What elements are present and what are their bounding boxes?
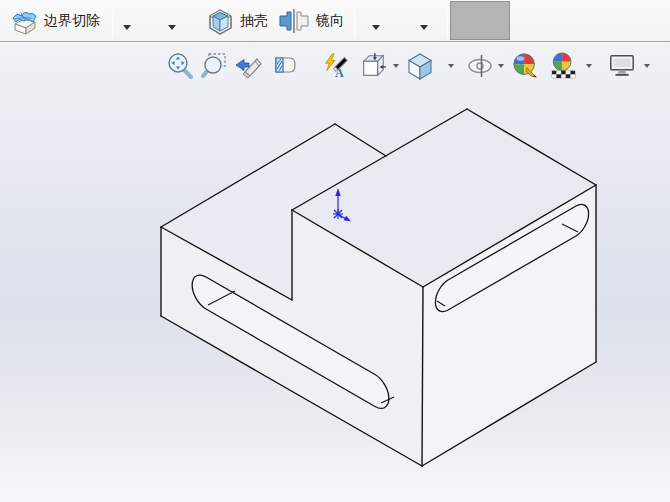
edit-appearance-icon <box>512 51 540 81</box>
checker-floor <box>552 71 575 78</box>
edit-appearance-button[interactable] <box>512 51 540 81</box>
previous-view-button[interactable] <box>235 51 263 81</box>
zoom-to-area-icon <box>200 52 228 80</box>
graphics-viewport[interactable] <box>0 43 670 502</box>
solidworks-window: 边界切除 抽壳 镜向 <box>0 0 670 502</box>
hide-show-items-button[interactable] <box>467 51 495 81</box>
section-view-icon <box>270 52 298 80</box>
view-orientation-dropdown-arrow[interactable] <box>393 64 399 68</box>
display-style-button[interactable] <box>406 51 434 81</box>
section-view-button[interactable] <box>270 51 298 81</box>
zoom-to-fit-button[interactable] <box>166 51 194 81</box>
display-style-icon <box>406 52 434 80</box>
zoom-to-area-button[interactable] <box>200 51 228 81</box>
view-orientation-icon <box>359 51 387 81</box>
view-settings-icon <box>608 52 636 80</box>
view-settings-button[interactable] <box>608 51 636 81</box>
zoom-to-fit-icon <box>166 52 194 80</box>
previous-view-icon <box>235 52 263 80</box>
dynamic-annotation-views-icon: A <box>322 51 350 81</box>
svg-text:A: A <box>335 66 344 80</box>
apply-scene-dropdown-arrow[interactable] <box>586 64 592 68</box>
view-settings-dropdown-arrow[interactable] <box>644 64 650 68</box>
dynamic-annotation-views-button[interactable]: A <box>322 51 350 81</box>
hide-show-items-dropdown-arrow[interactable] <box>498 64 504 68</box>
hide-show-items-icon <box>467 52 495 80</box>
apply-scene-icon <box>550 51 578 81</box>
display-style-dropdown-arrow[interactable] <box>448 64 454 68</box>
view-orientation-button[interactable] <box>359 51 387 81</box>
apply-scene-button[interactable] <box>550 51 578 81</box>
